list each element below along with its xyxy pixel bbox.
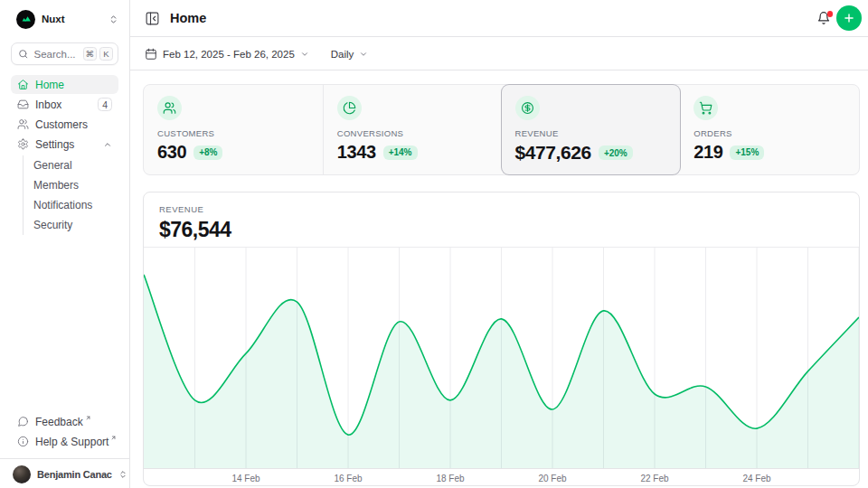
trend-badge: +15% bbox=[730, 145, 764, 160]
settings-icon bbox=[17, 138, 29, 150]
x-tick-label: 20 Feb bbox=[538, 474, 566, 483]
add-button[interactable] bbox=[836, 5, 862, 31]
period-select[interactable]: Daily bbox=[331, 49, 369, 60]
x-tick-label: 16 Feb bbox=[334, 474, 362, 483]
revenue-chart-card: REVENUE $76,544 14 Feb16 Feb18 Feb20 Feb… bbox=[143, 192, 860, 486]
settings-subnav: GeneralMembersNotificationsSecurity bbox=[23, 155, 118, 235]
count-badge: 4 bbox=[98, 98, 112, 111]
trend-badge: +8% bbox=[193, 145, 222, 160]
chart-headline-value: $76,544 bbox=[159, 218, 844, 242]
sidebar-item-home[interactable]: Home bbox=[11, 75, 118, 94]
trend-badge: +14% bbox=[383, 145, 418, 160]
sidebar-divider bbox=[0, 458, 129, 459]
workspace-switcher[interactable]: Nuxt bbox=[11, 9, 118, 29]
user-menu[interactable]: Benjamin Canac bbox=[11, 463, 118, 486]
date-range-label: Feb 12, 2025 - Feb 26, 2025 bbox=[163, 49, 295, 60]
search-icon bbox=[18, 49, 29, 60]
sidebar-item-inbox[interactable]: Inbox4 bbox=[11, 95, 118, 114]
nuxt-logo-icon bbox=[16, 10, 35, 29]
stat-card-conversions[interactable]: CONVERSIONS1343+14% bbox=[323, 85, 502, 174]
chart-x-axis: 14 Feb16 Feb18 Feb20 Feb22 Feb24 Feb bbox=[144, 469, 859, 485]
sidebar-subitem-general[interactable]: General bbox=[33, 155, 118, 175]
collapse-sidebar-button[interactable] bbox=[145, 11, 160, 26]
chart-pie-icon bbox=[337, 96, 362, 120]
chevron-down-icon bbox=[300, 50, 309, 59]
sidebar-item-settings[interactable]: Settings bbox=[11, 135, 118, 154]
shopping-cart-icon bbox=[693, 96, 718, 120]
kbd-key: K bbox=[99, 47, 113, 61]
plus-icon bbox=[843, 12, 855, 24]
search-placeholder: Search... bbox=[34, 49, 78, 60]
circle-dollar-sign-icon bbox=[515, 96, 540, 120]
revenue-area-chart[interactable] bbox=[144, 248, 859, 469]
x-tick-label: 22 Feb bbox=[640, 474, 668, 483]
sidebar-item-help-support[interactable]: Help & Support bbox=[11, 432, 118, 451]
date-range-picker[interactable]: Feb 12, 2025 - Feb 26, 2025 bbox=[145, 48, 309, 61]
info-icon bbox=[17, 436, 29, 447]
filterbar: Feb 12, 2025 - Feb 26, 2025 Daily bbox=[130, 38, 868, 70]
stat-card-orders[interactable]: ORDERS219+15% bbox=[680, 85, 859, 174]
user-name: Benjamin Canac bbox=[37, 469, 112, 480]
calendar-icon bbox=[145, 48, 157, 61]
period-label: Daily bbox=[331, 49, 354, 60]
sidebar-subitem-security[interactable]: Security bbox=[33, 215, 118, 235]
page-title: Home bbox=[170, 11, 206, 25]
home-icon bbox=[17, 79, 29, 90]
kbd-key: ⌘ bbox=[83, 47, 98, 61]
chevrons-up-down-icon bbox=[108, 14, 118, 24]
external-link-icon bbox=[85, 415, 91, 421]
trend-badge: +20% bbox=[599, 145, 633, 160]
external-link-icon bbox=[110, 435, 117, 441]
sidebar-subitem-members[interactable]: Members bbox=[33, 175, 118, 195]
users-icon bbox=[157, 96, 182, 120]
notifications-button[interactable] bbox=[816, 11, 831, 25]
search-input[interactable]: Search... ⌘K bbox=[11, 42, 118, 65]
notification-dot bbox=[827, 11, 834, 17]
x-tick-label: 24 Feb bbox=[742, 474, 770, 483]
sidebar-item-feedback[interactable]: Feedback bbox=[11, 412, 118, 431]
x-tick-label: 14 Feb bbox=[231, 474, 259, 483]
workspace-name: Nuxt bbox=[42, 14, 102, 24]
chart-title: REVENUE bbox=[159, 204, 844, 214]
search-shortcut: ⌘K bbox=[83, 47, 114, 61]
users-icon bbox=[17, 118, 29, 130]
inbox-icon bbox=[17, 99, 29, 110]
message-circle-icon bbox=[17, 416, 29, 427]
stats-cards: CUSTOMERS630+8%CONVERSIONS1343+14%REVENU… bbox=[143, 84, 860, 175]
x-tick-label: 18 Feb bbox=[436, 474, 464, 483]
topbar: Home bbox=[130, 0, 868, 37]
chevron-down-icon bbox=[359, 50, 368, 59]
chevrons-up-down-icon bbox=[118, 470, 127, 479]
stat-card-revenue[interactable]: REVENUE$477,626+20% bbox=[502, 85, 681, 174]
stat-card-customers[interactable]: CUSTOMERS630+8% bbox=[144, 85, 323, 174]
sidebar-subitem-notifications[interactable]: Notifications bbox=[33, 195, 118, 215]
sidebar: Nuxt Search... ⌘K HomeInbox4CustomersSet… bbox=[0, 0, 130, 488]
avatar bbox=[13, 465, 31, 483]
chevron-up-icon bbox=[103, 140, 112, 149]
sidebar-item-customers[interactable]: Customers bbox=[11, 115, 118, 134]
